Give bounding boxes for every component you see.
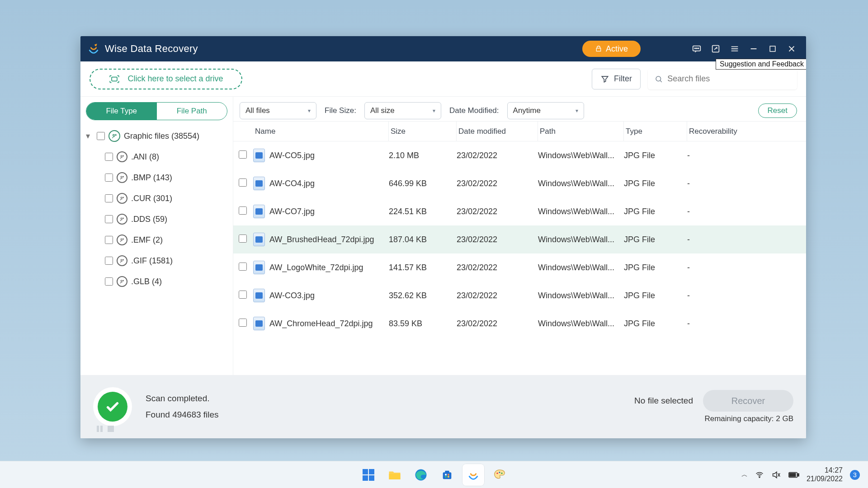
cell-size: 83.59 KB [389, 319, 457, 328]
cell-date: 23/02/2022 [457, 207, 538, 216]
cell-date: 23/02/2022 [457, 235, 538, 244]
chevron-down-icon[interactable]: ▾ [86, 131, 93, 141]
filter-button[interactable]: Filter [592, 69, 641, 89]
search-field[interactable] [648, 69, 797, 89]
cell-type: JPG File [624, 207, 687, 216]
file-icon [253, 233, 265, 246]
notification-badge[interactable]: 3 [850, 470, 860, 480]
svg-rect-6 [112, 77, 117, 81]
taskbar-paint[interactable] [489, 464, 510, 486]
row-checkbox[interactable] [239, 206, 247, 215]
svg-rect-38 [790, 473, 796, 476]
close-icon[interactable] [783, 41, 800, 57]
tree-item-checkbox[interactable] [105, 257, 113, 265]
menu-icon[interactable] [726, 41, 743, 57]
row-checkbox[interactable] [239, 235, 247, 243]
filetype-icon [117, 172, 127, 183]
taskbar-store[interactable] [436, 464, 458, 486]
search-input[interactable] [667, 74, 790, 84]
table-row[interactable]: AW_ChromeHead_72dpi.jpg83.59 KB23/02/202… [233, 310, 806, 338]
stop-icon[interactable] [108, 426, 114, 432]
tree-item[interactable]: .BMP (143) [86, 167, 227, 188]
svg-rect-24 [389, 474, 401, 479]
table-row[interactable]: AW-CO3.jpg352.62 KB23/02/2022Windows\Web… [233, 282, 806, 310]
wifi-icon[interactable] [755, 470, 764, 479]
tree-item[interactable]: .CUR (301) [86, 188, 227, 209]
cell-date: 23/02/2022 [457, 319, 538, 328]
taskbar-wise-data-recovery[interactable] [462, 464, 484, 486]
tree-item-checkbox[interactable] [105, 174, 113, 182]
table-row[interactable]: AW_BrushedHead_72dpi.jpg187.04 KB23/02/2… [233, 225, 806, 253]
tray-overflow-icon[interactable]: ︿ [741, 471, 748, 479]
tree-root[interactable]: ▾ Graphic files (38554) [86, 126, 227, 146]
maximize-icon[interactable] [764, 41, 781, 57]
col-recoverability[interactable]: Recoverability [687, 122, 806, 141]
cell-recov: - [687, 235, 806, 244]
tree-root-checkbox[interactable] [97, 132, 105, 140]
row-checkbox[interactable] [239, 263, 247, 271]
cell-type: JPG File [624, 235, 687, 244]
cell-size: 2.10 MB [389, 151, 457, 160]
tree-item-checkbox[interactable] [105, 236, 113, 244]
taskbar-clock[interactable]: 14:27 21/09/2022 [807, 466, 843, 483]
table-row[interactable]: AW-CO4.jpg646.99 KB23/02/2022Windows\Web… [233, 169, 806, 197]
col-date[interactable]: Date modified [457, 122, 538, 141]
tree-item[interactable]: .ANI (8) [86, 146, 227, 167]
table-row[interactable]: AW_LogoWhite_72dpi.jpg141.57 KB23/02/202… [233, 253, 806, 282]
col-type[interactable]: Type [624, 122, 687, 141]
file-list[interactable]: AW-CO5.jpg2.10 MB23/02/2022Windows\Web\W… [233, 141, 806, 375]
activate-button[interactable]: Active [582, 41, 641, 57]
recover-button[interactable]: Recover [703, 390, 793, 412]
feedback-icon[interactable] [708, 41, 724, 57]
row-checkbox[interactable] [239, 291, 247, 299]
reset-button[interactable]: Reset [758, 103, 797, 118]
row-checkbox[interactable] [239, 178, 247, 187]
cell-recov: - [687, 151, 806, 160]
col-path[interactable]: Path [538, 122, 624, 141]
cell-name: AW_LogoWhite_72dpi.jpg [269, 263, 363, 272]
filetype-tree: ▾ Graphic files (38554) .ANI (8).BMP (14… [86, 126, 227, 375]
select-drive-button[interactable]: Click here to select a drive [90, 69, 242, 89]
taskbar-edge[interactable] [410, 464, 432, 486]
start-button[interactable] [358, 464, 379, 486]
row-checkbox[interactable] [239, 319, 247, 327]
col-name[interactable]: Name [253, 122, 389, 141]
table-row[interactable]: AW-CO7.jpg224.51 KB23/02/2022Windows\Web… [233, 197, 806, 225]
message-icon[interactable] [689, 41, 705, 57]
file-icon [253, 149, 265, 162]
cell-type: JPG File [624, 263, 687, 272]
battery-icon[interactable] [788, 471, 799, 479]
size-dropdown[interactable]: All size▾ [364, 102, 441, 119]
row-checkbox[interactable] [239, 150, 247, 159]
cell-type: JPG File [624, 291, 687, 300]
minimize-icon[interactable] [745, 41, 762, 57]
tree-item[interactable]: .DDS (59) [86, 209, 227, 230]
cell-size: 352.62 KB [389, 291, 457, 300]
cell-name: AW-CO4.jpg [269, 179, 315, 188]
tree-item-checkbox[interactable] [105, 215, 113, 223]
tree-item[interactable]: .GLB (4) [86, 271, 227, 292]
pause-icon[interactable] [97, 426, 103, 432]
type-dropdown[interactable]: All files▾ [240, 102, 316, 119]
tree-item[interactable]: .GIF (1581) [86, 250, 227, 271]
col-size[interactable]: Size [389, 122, 457, 141]
tree-item-checkbox[interactable] [105, 153, 113, 161]
table-row[interactable]: AW-CO5.jpg2.10 MB23/02/2022Windows\Web\W… [233, 141, 806, 169]
svg-point-22 [121, 280, 122, 282]
filetype-icon [117, 255, 127, 266]
tab-file-type[interactable]: File Type [86, 103, 157, 120]
tree-item-checkbox[interactable] [105, 194, 113, 202]
filter-label: Filter [614, 74, 632, 84]
svg-point-11 [123, 155, 124, 156]
volume-icon[interactable] [771, 470, 781, 479]
tab-file-path[interactable]: File Path [157, 103, 227, 120]
taskbar-explorer[interactable] [384, 464, 406, 486]
svg-point-9 [115, 134, 117, 136]
svg-point-32 [496, 472, 498, 474]
tree-item-checkbox[interactable] [105, 277, 113, 286]
tree-item[interactable]: .EMF (2) [86, 230, 227, 250]
date-dropdown[interactable]: Anytime▾ [507, 102, 584, 119]
chevron-down-icon: ▾ [433, 108, 435, 114]
status-text: Scan completed. Found 494683 files [146, 394, 219, 420]
graphic-category-icon [108, 130, 120, 142]
